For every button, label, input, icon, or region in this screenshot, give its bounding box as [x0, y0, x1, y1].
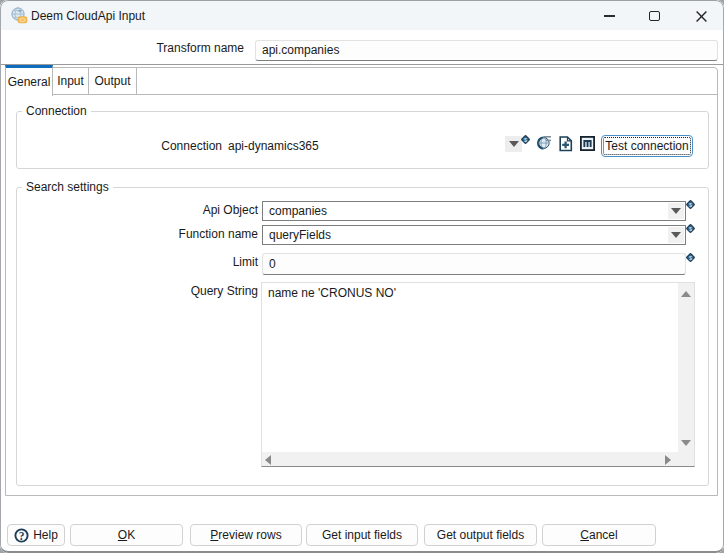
- svg-text:?: ?: [19, 529, 25, 541]
- svg-text:$: $: [688, 254, 691, 260]
- svg-text:$: $: [688, 201, 691, 207]
- svg-text:$: $: [688, 226, 691, 232]
- svg-text:$: $: [524, 137, 527, 143]
